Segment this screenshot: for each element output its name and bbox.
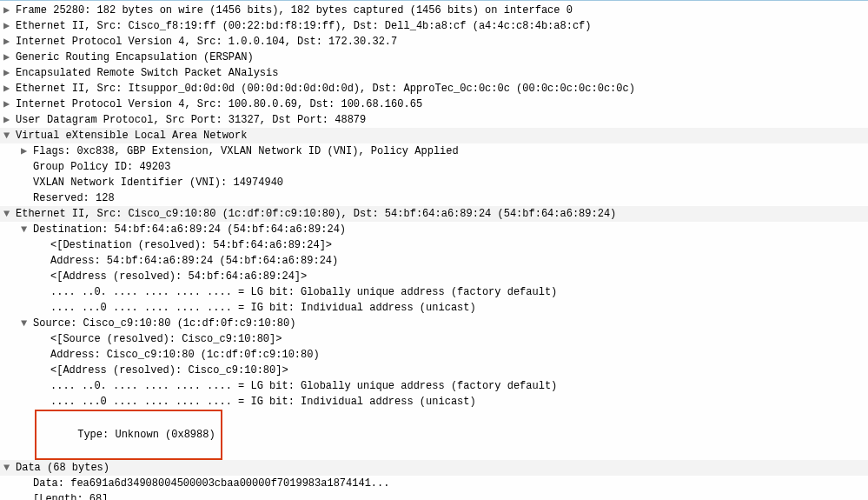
tree-item-ipv4-inner[interactable]: ▶ Internet Protocol Version 4, Src: 100.…: [0, 97, 868, 112]
tree-item-udp[interactable]: ▶ User Datagram Protocol, Src Port: 3132…: [0, 112, 868, 128]
blank-icon: [38, 284, 50, 300]
udp-summary: User Datagram Protocol, Src Port: 31327,…: [16, 112, 868, 128]
vxlan-vni: VXLAN Network Identifier (VNI): 14974940: [33, 175, 868, 190]
tree-item-eth-src-resolved[interactable]: <[Source (resolved): Cisco_c9:10:80]>: [0, 331, 868, 347]
erspan-summary: Encapsulated Remote Switch Packet ANalys…: [16, 65, 868, 81]
tree-item-vxlan-gpid[interactable]: Group Policy ID: 49203: [0, 159, 868, 175]
eth-dst-addr: Address: 54:bf:64:a6:89:24 (54:bf:64:a6:…: [50, 253, 868, 269]
tree-item-data[interactable]: ▼ Data (68 bytes): [0, 460, 868, 476]
ipv4-outer-summary: Internet Protocol Version 4, Src: 1.0.0.…: [16, 34, 868, 50]
tree-item-vxlan[interactable]: ▼ Virtual eXtensible Local Area Network: [0, 128, 868, 143]
blank-icon: [38, 253, 50, 269]
ipv4-inner-summary: Internet Protocol Version 4, Src: 100.80…: [16, 97, 868, 112]
eth-src-lg: .... ..0. .... .... .... .... = LG bit: …: [50, 378, 868, 394]
vxlan-flags: Flags: 0xc838, GBP Extension, VXLAN Netw…: [33, 143, 868, 159]
tree-item-eth-dst-resolved[interactable]: <[Destination (resolved): 54:bf:64:a6:89…: [0, 237, 868, 253]
ethernet-outer-summary: Ethernet II, Src: Cisco_f8:19:ff (00:22:…: [16, 18, 868, 34]
eth-type: Type: Unknown (0x8988): [77, 429, 215, 441]
tree-item-eth-dst-ig[interactable]: .... ...0 .... .... .... .... = IG bit: …: [0, 300, 868, 316]
eth-src-summary: Source: Cisco_c9:10:80 (1c:df:0f:c9:10:8…: [33, 316, 868, 331]
tree-item-eth-src-addr[interactable]: Address: Cisco_c9:10:80 (1c:df:0f:c9:10:…: [0, 347, 868, 363]
tree-item-eth-dst[interactable]: ▼ Destination: 54:bf:64:a6:89:24 (54:bf:…: [0, 222, 868, 237]
tree-item-frame[interactable]: ▶ Frame 25280: 182 bytes on wire (1456 b…: [0, 3, 868, 18]
tree-item-ipv4-outer[interactable]: ▶ Internet Protocol Version 4, Src: 1.0.…: [0, 34, 868, 50]
eth-dst-ig: .... ...0 .... .... .... .... = IG bit: …: [50, 300, 868, 316]
chevron-right-icon[interactable]: ▶: [3, 34, 16, 50]
frame-summary: Frame 25280: 182 bytes on wire (1456 bit…: [16, 3, 868, 18]
vxlan-summary: Virtual eXtensible Local Area Network: [16, 128, 868, 143]
data-len: [Length: 68]: [33, 491, 868, 500]
chevron-right-icon[interactable]: ▶: [21, 143, 33, 159]
eth-src-addr: Address: Cisco_c9:10:80 (1c:df:0f:c9:10:…: [50, 347, 868, 363]
chevron-down-icon[interactable]: ▼: [3, 128, 16, 143]
tree-item-eth-dst-addr[interactable]: Address: 54:bf:64:a6:89:24 (54:bf:64:a6:…: [0, 253, 868, 269]
eth-src-resolved: <[Source (resolved): Cisco_c9:10:80]>: [50, 331, 868, 347]
blank-icon: [38, 269, 50, 284]
packet-details-pane: ▶ Frame 25280: 182 bytes on wire (1456 b…: [0, 0, 868, 500]
chevron-right-icon[interactable]: ▶: [3, 3, 16, 18]
chevron-right-icon[interactable]: ▶: [3, 65, 16, 81]
tree-item-vxlan-reserved[interactable]: Reserved: 128: [0, 190, 868, 206]
eth-dst-lg: .... ..0. .... .... .... .... = LG bit: …: [50, 284, 868, 300]
eth-dst-resolved: <[Destination (resolved): 54:bf:64:a6:89…: [50, 237, 868, 253]
blank-icon: [21, 491, 33, 500]
data-hex: Data: fea691a6d34908004500003cbaa00000f7…: [33, 476, 868, 491]
blank-icon: [38, 394, 50, 410]
highlight-box: Type: Unknown (0x8988): [35, 410, 222, 460]
tree-item-data-len[interactable]: [Length: 68]: [0, 491, 868, 500]
tree-item-eth-src-ig[interactable]: .... ...0 .... .... .... .... = IG bit: …: [0, 394, 868, 410]
chevron-right-icon[interactable]: ▶: [3, 50, 16, 65]
tree-item-eth-src-lg[interactable]: .... ..0. .... .... .... .... = LG bit: …: [0, 378, 868, 394]
blank-icon: [38, 331, 50, 347]
tree-item-eth-src-addrres[interactable]: <[Address (resolved): Cisco_c9:10:80]>: [0, 363, 868, 378]
chevron-down-icon[interactable]: ▼: [21, 316, 33, 331]
blank-icon: [38, 363, 50, 378]
gre-summary: Generic Routing Encapsulation (ERSPAN): [16, 50, 868, 65]
chevron-right-icon[interactable]: ▶: [3, 97, 16, 112]
tree-item-gre[interactable]: ▶ Generic Routing Encapsulation (ERSPAN): [0, 50, 868, 65]
chevron-right-icon[interactable]: ▶: [3, 81, 16, 97]
eth-src-ig: .... ...0 .... .... .... .... = IG bit: …: [50, 394, 868, 410]
blank-icon: [21, 476, 33, 491]
blank-icon: [21, 190, 33, 206]
tree-item-eth-dst-addrres[interactable]: <[Address (resolved): 54:bf:64:a6:89:24]…: [0, 269, 868, 284]
tree-item-eth-dst-lg[interactable]: .... ..0. .... .... .... .... = LG bit: …: [0, 284, 868, 300]
chevron-down-icon[interactable]: ▼: [3, 460, 16, 476]
eth-dst-summary: Destination: 54:bf:64:a6:89:24 (54:bf:64…: [33, 222, 868, 237]
blank-icon: [21, 410, 33, 425]
eth-src-addrres: <[Address (resolved): Cisco_c9:10:80]>: [50, 363, 868, 378]
vxlan-gpid: Group Policy ID: 49203: [33, 159, 868, 175]
chevron-right-icon[interactable]: ▶: [3, 18, 16, 34]
tree-item-ethernet-outer[interactable]: ▶ Ethernet II, Src: Cisco_f8:19:ff (00:2…: [0, 18, 868, 34]
eth-dst-addrres: <[Address (resolved): 54:bf:64:a6:89:24]…: [50, 269, 868, 284]
blank-icon: [21, 175, 33, 190]
chevron-right-icon[interactable]: ▶: [3, 112, 16, 128]
eth-inner-summary: Ethernet II, Src: Cisco_c9:10:80 (1c:df:…: [16, 206, 868, 222]
tree-item-ethernet-inner[interactable]: ▼ Ethernet II, Src: Cisco_c9:10:80 (1c:d…: [0, 206, 868, 222]
tree-item-eth-type[interactable]: Type: Unknown (0x8988): [0, 410, 868, 460]
blank-icon: [38, 300, 50, 316]
ethernet-mid-summary: Ethernet II, Src: Itsuppor_0d:0d:0d (00:…: [16, 81, 868, 97]
data-summary: Data (68 bytes): [16, 460, 868, 476]
blank-icon: [38, 347, 50, 363]
blank-icon: [38, 237, 50, 253]
blank-icon: [38, 378, 50, 394]
tree-item-eth-src[interactable]: ▼ Source: Cisco_c9:10:80 (1c:df:0f:c9:10…: [0, 316, 868, 331]
tree-item-vxlan-flags[interactable]: ▶ Flags: 0xc838, GBP Extension, VXLAN Ne…: [0, 143, 868, 159]
vxlan-reserved: Reserved: 128: [33, 190, 868, 206]
chevron-down-icon[interactable]: ▼: [3, 206, 16, 222]
tree-item-erspan[interactable]: ▶ Encapsulated Remote Switch Packet ANal…: [0, 65, 868, 81]
blank-icon: [21, 159, 33, 175]
tree-item-vxlan-vni[interactable]: VXLAN Network Identifier (VNI): 14974940: [0, 175, 868, 190]
tree-item-data-hex[interactable]: Data: fea691a6d34908004500003cbaa00000f7…: [0, 476, 868, 491]
tree-item-ethernet-mid[interactable]: ▶ Ethernet II, Src: Itsuppor_0d:0d:0d (0…: [0, 81, 868, 97]
chevron-down-icon[interactable]: ▼: [21, 222, 33, 237]
